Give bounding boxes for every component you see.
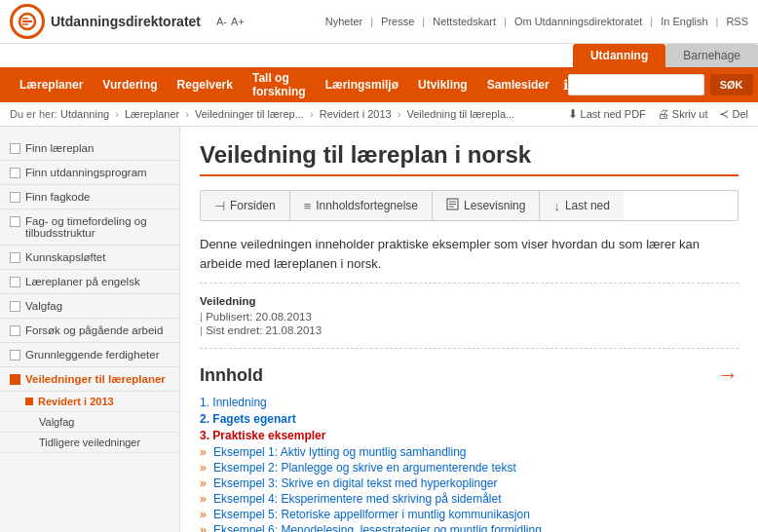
breadcrumb: Du er her: Utdanning › Læreplaner › Veil… — [10, 108, 514, 120]
sidebar-item-veiledninger[interactable]: Veiledninger til læreplaner — [0, 367, 179, 392]
main-content: Veiledning til læreplan i norsk ⊣ Forsid… — [180, 127, 758, 532]
sidebar: Finn læreplan Finn utdanningsprogram Fin… — [0, 127, 180, 532]
toc-sub-link-3[interactable]: Eksempel 3: Skrive en digital tekst med … — [213, 476, 497, 490]
toc-item-3: 3. Praktiske eksempler — [200, 429, 739, 442]
breadcrumb-laereplaner[interactable]: Læreplaner — [125, 108, 179, 120]
sidebar-item-valgfag[interactable]: Valgfag — [0, 294, 179, 319]
nettstedskart-link[interactable]: Nettstedskart — [433, 16, 496, 27]
logo-text: Utdanningsdirektoratet — [51, 14, 201, 29]
sidebar-item-laereplaner-engelsk[interactable]: Læreplaner på engelsk — [0, 270, 179, 294]
tab-barnehage[interactable]: Barnehage — [665, 44, 758, 67]
download-pdf-btn[interactable]: ⬇ Last ned PDF — [568, 107, 646, 121]
print-btn[interactable]: 🖨 Skriv ut — [658, 107, 708, 121]
print-icon: 🖨 — [658, 107, 669, 121]
search-input[interactable] — [568, 74, 704, 95]
description-text: Denne veiledningen inneholder praktiske … — [200, 235, 739, 284]
checkbox-icon — [10, 277, 20, 287]
breadcrumb-label: Du er her: — [10, 108, 60, 120]
toc-sub-link-1[interactable]: Eksempel 1: Aktiv lytting og muntlig sam… — [213, 445, 466, 459]
share-btn[interactable]: ≺ Del — [719, 107, 748, 121]
checkbox-icon — [10, 301, 20, 312]
toc-sub-3: Eksempel 3: Skrive en digital tekst med … — [200, 476, 739, 490]
share-icon: ≺ — [719, 107, 729, 121]
breadcrumb-veiledninger[interactable]: Veiledninger til lærep... — [195, 108, 304, 120]
om-link[interactable]: Om Utdanningsdirektoratet — [514, 16, 642, 27]
meta-updated: | Sist endret: 21.08.2013 — [200, 324, 739, 336]
checkbox-icon — [10, 168, 20, 178]
innhold-title: Innhold — [200, 365, 263, 386]
innhold-header: Innhold → — [200, 362, 739, 388]
nav-samlesider[interactable]: Samlesider — [477, 67, 559, 102]
content-tabs: ⊣ Forsiden ≡ Innholdsfortegnelse Lesevis… — [200, 190, 739, 221]
tab-utdanning[interactable]: Utdanning — [573, 44, 665, 67]
sidebar-subitem-tidligere[interactable]: Tidligere veiledninger — [0, 433, 179, 453]
breadcrumb-utdanning[interactable]: Utdanning — [60, 108, 109, 120]
nav-tall[interactable]: Tall og forskning — [243, 67, 316, 102]
sidebar-item-finn-utdanningsprogram[interactable]: Finn utdanningsprogram — [0, 161, 179, 185]
toc-sub-2: Eksempel 2: Planlegge og skrive en argum… — [200, 461, 739, 475]
english-link[interactable]: In English — [661, 16, 707, 27]
nav-utvikling[interactable]: Utvikling — [408, 67, 477, 102]
toc-list: 1. Innledning 2. Fagets egenart 3. Prakt… — [200, 396, 739, 532]
content-area: Finn læreplan Finn utdanningsprogram Fin… — [0, 127, 758, 532]
checkbox-icon — [10, 192, 20, 203]
nyheter-link[interactable]: Nyheter — [325, 16, 363, 27]
main-nav: Læreplaner Vurdering Regelverk Tall og f… — [0, 67, 758, 102]
breadcrumb-bar: Du er her: Utdanning › Læreplaner › Veil… — [0, 102, 758, 127]
checkbox-icon — [10, 216, 20, 227]
breadcrumb-actions: ⬇ Last ned PDF 🖨 Skriv ut ≺ Del — [568, 107, 748, 121]
top-bar: Utdanningsdirektoratet A- A+ Nyheter | P… — [0, 0, 758, 44]
lesevisning-icon — [446, 198, 459, 213]
breadcrumb-revidert[interactable]: Revidert i 2013 — [320, 108, 392, 120]
checkbox-icon — [10, 350, 20, 361]
toc-sub-link-5[interactable]: Eksempel 5: Retoriske appellformer i mun… — [213, 508, 530, 521]
page-title: Veiledning til læreplan i norsk — [200, 141, 739, 176]
innhold-section: Innhold → 1. Innledning 2. Fagets egenar… — [200, 362, 739, 532]
toc-link-3[interactable]: 3. Praktiske eksempler — [200, 429, 325, 442]
active-square-icon — [10, 374, 20, 385]
font-large-btn[interactable]: A+ — [231, 16, 245, 27]
toc-item-1: 1. Innledning — [200, 396, 739, 409]
tab-last-ned[interactable]: ↓ Last ned — [540, 191, 624, 220]
nav-laeringsmiljo[interactable]: Læringsmiljø — [316, 67, 408, 102]
search-button[interactable]: SØK — [710, 74, 753, 95]
sidebar-item-forsok[interactable]: Forsøk og pågående arbeid — [0, 319, 179, 343]
rss-link[interactable]: RSS — [726, 16, 748, 27]
checkbox-icon — [10, 325, 20, 336]
meta-published: | Publisert: 20.08.2013 — [200, 311, 739, 323]
tab-innholdsfortegnelse[interactable]: ≡ Innholdsfortegnelse — [290, 191, 433, 220]
checkbox-icon — [10, 252, 20, 263]
sidebar-item-kunnskapslopftet[interactable]: Kunnskapsløftet — [0, 246, 179, 270]
toc-link-1[interactable]: 1. Innledning — [200, 396, 267, 409]
sidebar-item-grunnleggende[interactable]: Grunnleggende ferdigheter — [0, 343, 179, 367]
sidebar-subitem-valgfag[interactable]: Valgfag — [0, 412, 179, 433]
sidebar-subitem-revidert[interactable]: Revidert i 2013 — [0, 392, 179, 412]
meta-info: Veiledning | Publisert: 20.08.2013 | Sis… — [200, 295, 739, 349]
toc-sub-link-6[interactable]: Eksempel 6: Menodelesing, lesestrategier… — [213, 523, 542, 532]
meta-label: Veiledning — [200, 295, 739, 307]
presse-link[interactable]: Presse — [381, 16, 414, 27]
forsiden-icon: ⊣ — [214, 199, 225, 213]
tab-forsiden[interactable]: ⊣ Forsiden — [201, 191, 290, 220]
toc-sub-1: Eksempel 1: Aktiv lytting og muntlig sam… — [200, 445, 739, 459]
tab-lesevisning[interactable]: Lesevisning — [433, 191, 540, 220]
toc-sub-link-2[interactable]: Eksempel 2: Planlegge og skrive en argum… — [213, 461, 516, 475]
innholdsfortegnelse-icon: ≡ — [304, 199, 312, 213]
nav-vurdering[interactable]: Vurdering — [93, 67, 167, 102]
checkbox-icon — [10, 143, 20, 154]
toc-sub-link-4[interactable]: Eksempel 4: Eksperimentere med skriving … — [213, 492, 501, 506]
logo-area: Utdanningsdirektoratet — [10, 4, 201, 39]
font-small-btn[interactable]: A- — [216, 16, 227, 27]
download-icon: ⬇ — [568, 107, 578, 121]
innhold-next-arrow[interactable]: → — [717, 362, 739, 388]
sidebar-item-fag-timefordeling[interactable]: Fag- og timefordeling og tilbudsstruktur — [0, 209, 179, 246]
breadcrumb-current[interactable]: Veiledning til lærepla... — [406, 108, 514, 120]
toc-sub-4: Eksempel 4: Eksperimentere med skriving … — [200, 492, 739, 506]
sidebar-item-finn-fagkode[interactable]: Finn fagkode — [0, 185, 179, 209]
toc-link-2[interactable]: 2. Fagets egenart — [200, 412, 296, 426]
nav-laereplaner[interactable]: Læreplaner — [10, 67, 93, 102]
nav-search: SØK — [568, 74, 753, 95]
nav-regelverk[interactable]: Regelverk — [168, 67, 243, 102]
sidebar-item-finn-laereplan[interactable]: Finn læreplan — [0, 136, 179, 161]
header-area: Utdanning Barnehage Læreplaner Vurdering… — [0, 44, 758, 102]
